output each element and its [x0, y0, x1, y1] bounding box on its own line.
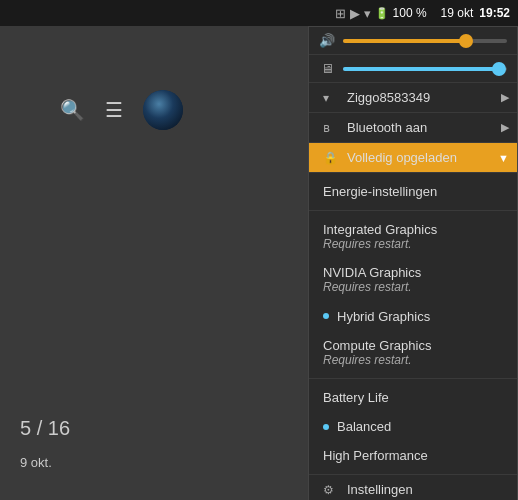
avatar[interactable]	[143, 90, 183, 130]
volume-slider-row: 🔊	[309, 27, 517, 55]
integrated-graphics-wrap: Integrated Graphics Requires restart.	[323, 222, 437, 251]
avatar-image	[143, 90, 183, 130]
settings-icon: ⚙	[323, 483, 341, 497]
topbar-date: 19 okt	[441, 6, 474, 20]
power-arrow: ▼	[498, 152, 509, 164]
topbar-time: 19:52	[479, 6, 510, 20]
topbar-system-icons: ⊞ ▶ ▾ 🔋 100 %	[335, 6, 427, 21]
search-area: 🔍 ☰	[60, 90, 183, 130]
nvidia-graphics-item[interactable]: NVIDIA Graphics Requires restart.	[309, 258, 517, 301]
volume-track[interactable]	[343, 39, 507, 43]
volume-icon: 🔊	[319, 33, 335, 48]
compute-graphics-italic: Requires restart.	[323, 353, 431, 367]
battery-label: 100 %	[393, 6, 427, 20]
settings-item[interactable]: ⚙ Instellingen	[309, 475, 517, 500]
page-date: 9 okt.	[20, 455, 52, 470]
integrated-graphics-italic: Requires restart.	[323, 237, 437, 251]
brightness-thumb[interactable]	[492, 62, 506, 76]
nvidia-graphics-italic: Requires restart.	[323, 280, 421, 294]
integrated-graphics-item[interactable]: Integrated Graphics Requires restart.	[309, 215, 517, 258]
compute-graphics-label: Compute Graphics	[323, 338, 431, 353]
settings-label: Instellingen	[347, 482, 503, 497]
menu-icon[interactable]: ☰	[105, 98, 123, 122]
nvidia-graphics-label: NVIDIA Graphics	[323, 265, 421, 280]
integrated-graphics-label: Integrated Graphics	[323, 222, 437, 237]
battery-icon: 🔋	[375, 7, 389, 20]
wifi-arrow: ▶	[501, 91, 509, 104]
energy-settings-item[interactable]: Energie-instellingen	[309, 177, 517, 206]
wifi-icon: ▾	[323, 91, 341, 105]
hybrid-graphics-label: Hybrid Graphics	[337, 309, 503, 324]
performance-section: Battery Life Balanced High Performance	[309, 379, 517, 475]
date-indicator: 9 okt.	[20, 455, 52, 470]
battery-life-item[interactable]: Battery Life	[309, 383, 517, 412]
energy-label: Energie-instellingen	[323, 184, 503, 199]
balanced-dot	[323, 424, 329, 430]
high-performance-label: High Performance	[323, 448, 503, 463]
search-icon[interactable]: 🔍	[60, 98, 85, 122]
brightness-fill	[343, 67, 499, 71]
wifi-label: Ziggo8583349	[347, 90, 503, 105]
high-performance-item[interactable]: High Performance	[309, 441, 517, 470]
brightness-slider-row: 🖥	[309, 55, 517, 83]
system-dropdown: 🔊 🖥 ▾ Ziggo8583349 ▶ ʙ Bluetooth aan ▶	[308, 26, 518, 500]
power-label: Volledig opgeladen	[347, 150, 503, 165]
power-section: 🔒 Volledig opgeladen ▼	[309, 143, 517, 173]
energy-section: Energie-instellingen	[309, 173, 517, 211]
tray-icon-2: ▶	[350, 6, 360, 21]
hybrid-graphics-item[interactable]: Hybrid Graphics	[309, 302, 517, 331]
tray-icon-1: ⊞	[335, 6, 346, 21]
balanced-label: Balanced	[337, 419, 503, 434]
wifi-section: ▾ Ziggo8583349 ▶	[309, 83, 517, 113]
bluetooth-label: Bluetooth aan	[347, 120, 503, 135]
balanced-item[interactable]: Balanced	[309, 412, 517, 441]
nvidia-graphics-wrap: NVIDIA Graphics Requires restart.	[323, 265, 421, 294]
volume-thumb[interactable]	[459, 34, 473, 48]
page-text: 5 / 16	[20, 417, 70, 440]
compute-graphics-wrap: Compute Graphics Requires restart.	[323, 338, 431, 367]
compute-graphics-item[interactable]: Compute Graphics Requires restart.	[309, 331, 517, 374]
volume-fill	[343, 39, 466, 43]
power-item[interactable]: 🔒 Volledig opgeladen ▼	[309, 143, 517, 172]
wifi-item[interactable]: ▾ Ziggo8583349 ▶	[309, 83, 517, 112]
bluetooth-section: ʙ Bluetooth aan ▶	[309, 113, 517, 143]
brightness-track[interactable]	[343, 67, 507, 71]
bluetooth-item[interactable]: ʙ Bluetooth aan ▶	[309, 113, 517, 142]
bluetooth-icon: ʙ	[323, 121, 341, 135]
display-icon: 🖥	[319, 61, 335, 76]
graphics-section: Integrated Graphics Requires restart. NV…	[309, 211, 517, 379]
bottom-section: ⚙ Instellingen 🔒 Vergrendelen ⏻ Uitschak…	[309, 475, 517, 500]
network-icon: ▾	[364, 6, 371, 21]
page-number: 5 / 16	[20, 417, 70, 439]
power-lock-icon: 🔒	[323, 151, 341, 165]
topbar: ⊞ ▶ ▾ 🔋 100 % 19 okt 19:52	[0, 0, 518, 26]
bluetooth-arrow: ▶	[501, 121, 509, 134]
battery-life-label: Battery Life	[323, 390, 503, 405]
hybrid-dot	[323, 313, 329, 319]
